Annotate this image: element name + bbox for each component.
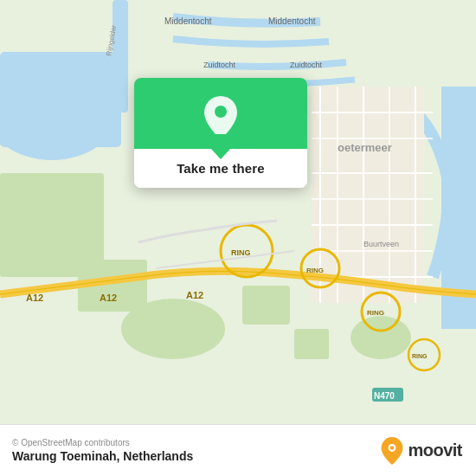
svg-text:Zuidtocht: Zuidtocht: [290, 61, 323, 69]
moovit-logo: moovit: [380, 437, 462, 465]
bottom-bar: © OpenStreetMap contributors Warung Toem…: [0, 424, 476, 476]
moovit-pin-icon: [380, 437, 404, 465]
svg-text:oetermeer: oetermeer: [338, 141, 392, 154]
svg-rect-8: [242, 286, 290, 325]
location-name: Warung Toeminah, Netherlands: [12, 449, 193, 463]
svg-rect-9: [294, 329, 329, 359]
svg-text:RING: RING: [367, 309, 384, 317]
svg-text:A12: A12: [186, 290, 203, 300]
copyright-text: © OpenStreetMap contributors: [12, 438, 193, 447]
bottom-info: © OpenStreetMap contributors Warung Toem…: [12, 438, 193, 463]
location-pin-icon: [203, 97, 239, 133]
svg-rect-3: [113, 0, 128, 113]
svg-text:Middentocht: Middentocht: [164, 16, 212, 26]
svg-point-46: [390, 446, 394, 449]
popup-triangle: [210, 148, 231, 159]
svg-text:Buurtveen: Buurtveen: [363, 240, 399, 248]
map-view: A12 A12 A12 RING RING RING RING Middento…: [0, 0, 476, 424]
svg-text:Middentocht: Middentocht: [268, 16, 316, 26]
svg-rect-2: [0, 52, 121, 147]
svg-point-44: [215, 106, 227, 118]
svg-text:RING: RING: [306, 267, 324, 274]
svg-point-10: [351, 316, 411, 359]
svg-point-7: [121, 299, 225, 359]
svg-text:RING: RING: [412, 353, 428, 359]
svg-text:A12: A12: [26, 293, 43, 303]
moovit-brand-text: moovit: [408, 441, 462, 460]
svg-text:Zuidtocht: Zuidtocht: [203, 61, 236, 69]
svg-rect-11: [312, 87, 424, 303]
svg-text:A12: A12: [100, 293, 117, 303]
svg-text:N470: N470: [374, 391, 395, 401]
svg-text:RING: RING: [231, 248, 251, 257]
location-popup: Take me there: [134, 78, 307, 188]
popup-header: [134, 78, 307, 149]
